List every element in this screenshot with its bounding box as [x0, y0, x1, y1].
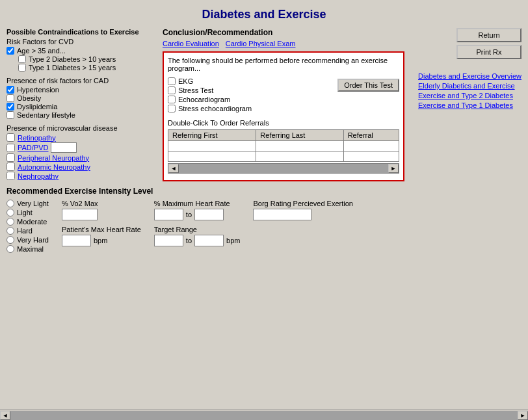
borg-section: Borg Rating Percieved Exertion: [253, 200, 352, 220]
bottom-scroll-track: [10, 411, 518, 420]
micro-item-1: PAD/PVD: [7, 142, 156, 153]
cvd-label-0: Age > 35 and...: [17, 47, 66, 55]
table-cell: [168, 141, 256, 151]
scroll-right-button[interactable]: ►: [388, 164, 399, 173]
cad-checkbox-0[interactable]: [7, 86, 14, 94]
radio-hard[interactable]: [7, 227, 14, 235]
pad-input[interactable]: [51, 142, 77, 153]
bottom-scroll-right[interactable]: ►: [518, 411, 528, 420]
referral-col-1: Referring Last: [256, 130, 343, 141]
cvd-checkbox-1[interactable]: [18, 55, 26, 63]
micro-checkbox-3[interactable]: [7, 163, 15, 171]
radio-item-3: Hard: [7, 227, 49, 235]
cad-checkbox-2[interactable]: [7, 103, 14, 111]
conclusion-links: Cardio Evaluation Cardio Physical Exam: [163, 40, 404, 47]
test-label-1: Stress Test: [178, 86, 213, 94]
test-label-0: EKG: [178, 77, 193, 85]
radio-item-5: Maximal: [7, 245, 49, 253]
micro-checkbox-0[interactable]: [7, 133, 15, 142]
mhr-borg: % Maximum Heart Rate to Target Range to …: [154, 200, 241, 246]
micro-label-1[interactable]: PAD/PVD: [18, 144, 48, 151]
radio-maximal[interactable]: [7, 245, 14, 253]
test-label-3: Stress echocardiogram: [178, 105, 252, 112]
mhr-input-to[interactable]: [194, 209, 224, 220]
target-input-from[interactable]: [154, 235, 183, 246]
cad-item-3: Sedentary lifestyle: [7, 111, 156, 119]
right-panel: Return Print Rx Diabetes and Exercise Ov…: [411, 28, 521, 181]
bottom-section: Recommended Exercise Intensity Level Ver…: [0, 181, 528, 253]
patient-mhr-label: Patient's Max Heart Rate: [62, 226, 141, 233]
referral-col-0: Referring First: [168, 130, 256, 141]
cad-label-3: Sedentary lifestyle: [17, 111, 75, 119]
print-button[interactable]: Print Rx: [456, 45, 521, 59]
micro-label-4[interactable]: Nephropathy: [18, 172, 59, 180]
test-item-1: Stress Test: [168, 86, 337, 94]
radio-label-2: Moderate: [17, 218, 47, 226]
cad-item-1: Obesity: [7, 94, 156, 102]
borg-input[interactable]: [253, 209, 311, 220]
test-label-2: Echocardiogram: [178, 96, 230, 103]
table-row: [168, 151, 399, 162]
micro-label-0[interactable]: Retinopathy: [18, 134, 56, 142]
micro-header: Presence of microvascular disease: [7, 124, 156, 132]
vo2-input[interactable]: [62, 209, 98, 220]
micro-checkbox-2[interactable]: [7, 153, 15, 162]
right-link-3[interactable]: Exercise and Type 1 Diabetes: [418, 101, 513, 109]
order-test-button[interactable]: Order This Test: [337, 79, 399, 92]
micro-label-2[interactable]: Peripheral Neuropathy: [18, 154, 89, 162]
table-cell: [256, 151, 343, 162]
cad-item-0: Hypertension: [7, 86, 156, 94]
table-cell: [256, 141, 343, 151]
radio-light[interactable]: [7, 209, 14, 217]
cardio-physical-link[interactable]: Cardio Physical Exam: [226, 40, 296, 47]
left-panel: Possible Contraindications to Exercise R…: [7, 28, 156, 181]
scroll-left-button[interactable]: ◄: [168, 164, 179, 173]
radio-moderate[interactable]: [7, 218, 14, 226]
cardio-eval-link[interactable]: Cardio Evaluation: [163, 40, 219, 47]
right-link-0[interactable]: Diabetes and Exercise Overview: [418, 72, 521, 80]
radio-very-light[interactable]: [7, 200, 14, 207]
to-label: to: [186, 211, 192, 218]
cad-checkbox-3[interactable]: [7, 111, 14, 119]
cvd-label-1: Type 2 Diabetes > 10 years: [29, 55, 116, 63]
right-link-1[interactable]: Elderly Diabetics and Exercise: [418, 82, 515, 90]
bottom-scroll-left[interactable]: ◄: [0, 411, 10, 420]
middle-panel: Conclusion/Recommendation Cardio Evaluat…: [163, 28, 404, 181]
radio-item-1: Light: [7, 209, 49, 217]
cvd-label-2: Type 1 Diabetes > 15 years: [29, 64, 116, 72]
test-checkbox-2[interactable]: [168, 96, 176, 103]
referral-table: Referring First Referring Last Referral: [168, 129, 399, 162]
cad-label-0: Hypertension: [17, 86, 59, 94]
test-items: EKG Stress Test Echocardiogram Stre: [168, 77, 337, 114]
cvd-checkbox-0[interactable]: [7, 47, 14, 55]
test-item-0: EKG: [168, 77, 337, 85]
cad-item-2: Dyslipidemia: [7, 103, 156, 111]
micro-label-3[interactable]: Autonomic Neuropathy: [18, 163, 90, 171]
borg-label: Borg Rating Percieved Exertion: [253, 200, 352, 207]
radio-label-5: Maximal: [17, 245, 44, 253]
radio-very-hard[interactable]: [7, 236, 14, 244]
conclusion-box: The following should be performed before…: [163, 51, 404, 181]
return-button[interactable]: Return: [456, 28, 521, 42]
test-checkbox-3[interactable]: [168, 105, 176, 112]
right-link-2[interactable]: Exercise and Type 2 Diabetes: [418, 92, 513, 99]
table-cell: [168, 151, 256, 162]
main-container: Diabetes and Exercise Possible Contraind…: [0, 0, 528, 420]
target-input-to[interactable]: [194, 235, 224, 246]
page-title: Diabetes and Exercise: [0, 0, 528, 28]
cad-checkbox-1[interactable]: [7, 94, 14, 102]
micro-checkbox-4[interactable]: [7, 172, 15, 180]
target-label: Target Range: [154, 226, 241, 233]
right-links: Diabetes and Exercise Overview Elderly D…: [418, 72, 521, 109]
test-checkbox-1[interactable]: [168, 86, 176, 94]
target-group: Target Range to bpm: [154, 226, 241, 246]
conclusion-header: Conclusion/Recommendation: [163, 28, 404, 37]
patient-mhr-input[interactable]: [62, 235, 91, 246]
micro-checkbox-1[interactable]: [7, 144, 15, 152]
cvd-checkbox-2[interactable]: [18, 64, 26, 72]
cad-header: Presence of risk factors for CAD: [7, 77, 156, 85]
mhr-input-from[interactable]: [154, 209, 183, 220]
table-cell: [343, 151, 399, 162]
table-row: [168, 141, 399, 151]
test-checkbox-0[interactable]: [168, 77, 176, 85]
